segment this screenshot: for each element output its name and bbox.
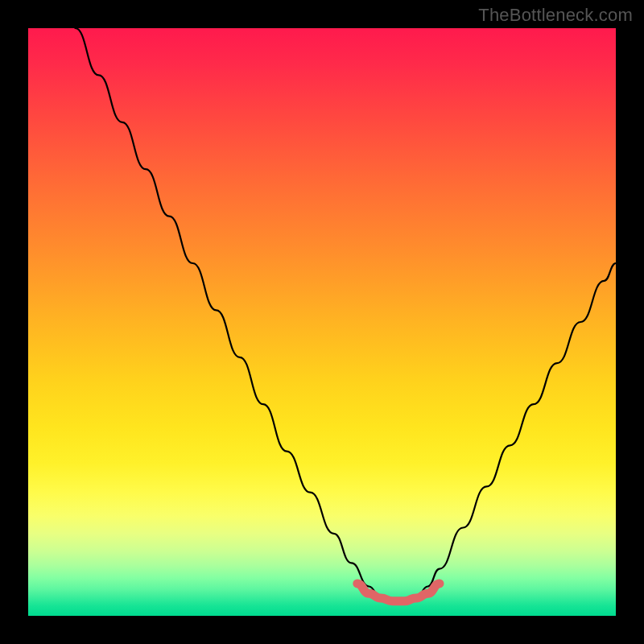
watermark-text: TheBottleneck.com: [478, 5, 633, 26]
plot-area: [28, 28, 616, 616]
bottleneck-curve: [75, 28, 616, 604]
chart-svg: [28, 28, 616, 616]
